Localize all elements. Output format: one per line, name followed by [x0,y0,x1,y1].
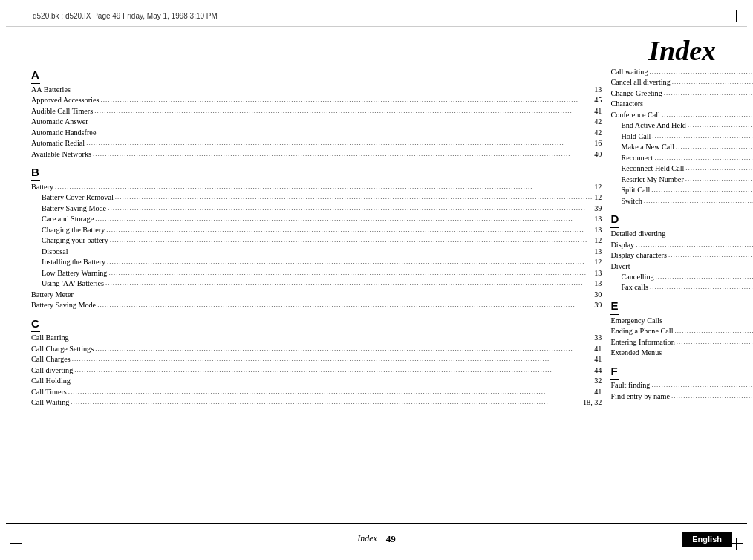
index-entry: End Active And Held19 [610,120,753,131]
entry-dots [671,391,753,401]
entry-dots [71,397,581,407]
index-entry: Conference Call19 [610,110,753,120]
entry-label: Hold Call [610,131,651,142]
entry-page: 12 [594,257,602,267]
entry-dots [106,224,593,235]
entry-label: Available Networks [31,149,91,160]
entry-dots [662,109,753,120]
index-entry: Battery Cover Removal12 [31,192,602,203]
entry-dots [650,66,753,76]
index-entry: Reconnect19 [610,153,753,163]
entry-label: Call waiting [610,67,648,77]
entry-label: Automatic Redial [31,138,85,149]
page-title: Index [648,34,716,67]
entry-dots [75,289,593,299]
entry-dots [97,127,593,137]
entry-dots [72,84,593,94]
entry-page: 41 [594,344,602,354]
entry-page: 30 [594,290,602,300]
entry-dots [93,149,593,159]
entry-dots [108,203,593,213]
entry-label: Call Waiting [31,397,69,408]
index-entry: Charging the Battery13 [31,225,602,235]
entry-label: Display characters [610,250,667,261]
index-entry: Battery Saving Mode39 [31,204,602,214]
entry-dots [664,315,753,325]
section-letter: A [31,67,40,84]
entry-page: 42 [594,128,602,138]
section-letter: C [31,316,40,333]
entry-label: Automatic Handsfree [31,128,96,138]
entry-dots [654,152,753,163]
entry-dots [55,181,593,192]
entry-label: Audible Call Timers [31,106,93,117]
entry-dots [100,94,593,105]
entry-page: 41 [594,106,602,117]
entry-page: 13 [594,225,602,235]
index-section: BBattery12Battery Cover Removal12Battery… [31,164,602,311]
index-section: Call waiting20Cancel all diverting32, 44… [610,67,753,206]
entry-label: Fax calls [610,282,648,293]
entry-dots [105,278,593,288]
entry-dots [663,347,753,357]
index-entry: Call Holding32 [31,376,602,386]
index-entry: Display characters27 [610,250,753,261]
index-entry: Call Charges41 [31,354,602,365]
entry-label: Call Barring [31,333,69,343]
index-entry: Call diverting44 [31,365,602,376]
entry-dots [688,120,753,130]
entry-page: 33 [594,333,602,343]
entry-label: Characters [610,99,643,109]
footer-page-number: 49 [386,533,396,545]
entry-label: End Active And Held [610,120,685,131]
section-letter: D [610,211,619,228]
entry-dots [68,386,593,397]
footer-center: Index 49 [357,533,396,545]
entry-page: 45 [594,95,602,105]
entry-label: Call Holding [31,376,71,386]
index-entry: Disposal13 [31,247,602,257]
index-entry: Ending a Phone Call17 [610,326,753,336]
index-entry: Battery12 [31,182,602,192]
entry-page: 12 [594,182,602,192]
index-entry: Make a New Call18 [610,142,753,152]
entry-label: Charging your battery [31,235,108,246]
column-1: AAA Batteries13Approved Accessories45Aud… [27,67,606,519]
entry-label: Call Charge Settings [31,344,94,354]
entry-label: Switch [610,196,642,206]
main-content: AAA Batteries13Approved Accessories45Aud… [27,67,726,519]
index-entry: Call Barring33 [31,333,602,343]
index-entry: Low Battery Warning13 [31,268,602,279]
entry-page: 39 [594,204,602,214]
entry-label: Battery Meter [31,290,74,300]
entry-label: Find entry by name [610,391,670,402]
entry-label: Call Charges [31,354,71,365]
entry-page: 40 [594,149,602,160]
entry-dots [74,365,593,375]
entry-page: 13 [594,214,602,224]
entry-dots [71,332,593,342]
entry-dots [675,325,754,336]
entry-page: 13 [594,279,602,289]
entry-dots [664,88,753,98]
entry-label: Split Call [610,185,650,195]
entry-dots [72,375,593,385]
entry-label: Call diverting [31,365,73,376]
entry-label: Care and Storage [31,214,94,224]
entry-label: Extended Menus [610,348,662,358]
entry-label: Disposal [31,247,68,257]
entry-dots [652,131,753,141]
entry-label: Using 'AA' Batteries [31,279,104,289]
entry-label: Display [610,240,634,250]
index-entry: Emergency Calls16 [610,316,753,326]
footer-right: English [396,532,732,547]
index-entry: Call Waiting18, 32 [31,397,602,408]
entry-page: 41 [594,354,602,365]
index-entry: Detailed diverting32 [610,229,753,239]
entry-page: 12 [594,235,602,246]
entry-label: Entering Information [610,337,674,348]
entry-label: Cancelling [610,272,653,282]
index-entry: Fax calls32 [610,282,753,293]
entry-label: Battery Cover Removal [31,192,114,203]
entry-label: Restrict My Number [610,175,683,185]
